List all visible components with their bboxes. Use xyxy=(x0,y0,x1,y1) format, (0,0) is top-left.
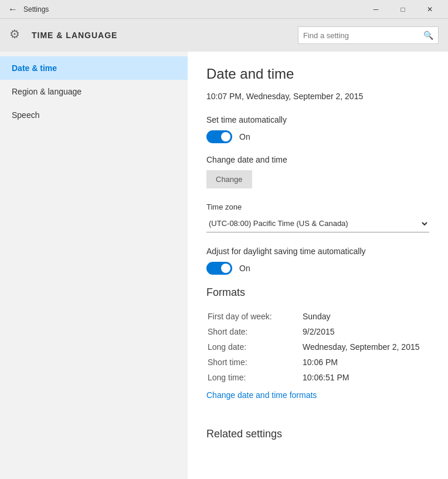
format-label: Short time: xyxy=(208,355,301,369)
format-value: 10:06 PM xyxy=(303,355,428,369)
format-value: 10:06:51 PM xyxy=(303,370,428,384)
timezone-select[interactable]: (UTC-08:00) Pacific Time (US & Canada) xyxy=(206,215,429,232)
table-row: Short date: 9/2/2015 xyxy=(208,325,428,339)
formats-title: Formats xyxy=(206,286,429,299)
set-time-toggle-label: On xyxy=(239,132,250,141)
search-box[interactable]: 🔍 xyxy=(298,26,439,44)
sidebar: Date & time Region & language Speech xyxy=(0,52,188,479)
table-row: Long date: Wednesday, September 2, 2015 xyxy=(208,340,428,354)
table-row: Long time: 10:06:51 PM xyxy=(208,370,428,384)
format-label: Long time: xyxy=(208,370,301,384)
format-value: Sunday xyxy=(303,309,428,323)
gear-icon: ⚙ xyxy=(9,27,26,43)
sidebar-item-label: Speech xyxy=(12,110,39,120)
set-time-auto-label: Set time automatically xyxy=(206,115,429,124)
sidebar-item-label: Date & time xyxy=(12,63,57,73)
change-date-time-label: Change date and time xyxy=(206,155,429,164)
maximize-icon: □ xyxy=(401,5,405,14)
page-title: Date and time xyxy=(206,66,429,82)
daylight-saving-toggle-row: On xyxy=(206,262,429,275)
change-formats-link[interactable]: Change date and time formats xyxy=(206,390,317,400)
formats-table: First day of week: Sunday Short date: 9/… xyxy=(206,308,429,386)
sidebar-item-date-time[interactable]: Date & time xyxy=(0,56,188,80)
content-area: Date and time 10:07 PM, Wednesday, Septe… xyxy=(188,52,448,479)
set-time-toggle[interactable] xyxy=(206,130,232,143)
app-container: Date & time Region & language Speech Dat… xyxy=(0,52,448,479)
minimize-button[interactable]: ─ xyxy=(362,0,389,19)
sidebar-item-label: Region & language xyxy=(12,87,82,96)
daylight-saving-label: Adjust for daylight saving time automati… xyxy=(206,247,429,256)
close-button[interactable]: ✕ xyxy=(416,0,443,19)
related-settings-title: Related settings xyxy=(206,428,429,440)
table-row: Short time: 10:06 PM xyxy=(208,355,428,369)
close-icon: ✕ xyxy=(427,5,433,14)
search-input[interactable] xyxy=(303,31,423,40)
maximize-button[interactable]: □ xyxy=(389,0,416,19)
format-label: Short date: xyxy=(208,325,301,339)
window-controls: ─ □ ✕ xyxy=(362,0,443,19)
daylight-saving-toggle[interactable] xyxy=(206,262,232,275)
sidebar-item-region[interactable]: Region & language xyxy=(0,80,188,103)
window-title: Settings xyxy=(23,5,362,14)
format-value: Wednesday, September 2, 2015 xyxy=(303,340,428,354)
sidebar-item-speech[interactable]: Speech xyxy=(0,103,188,127)
format-label: Long date: xyxy=(208,340,301,354)
set-time-toggle-row: On xyxy=(206,130,429,143)
time-zone-label: Time zone xyxy=(206,203,429,211)
back-icon: ← xyxy=(8,4,18,15)
app-title: TIME & LANGUAGE xyxy=(32,31,298,40)
back-button[interactable]: ← xyxy=(5,1,21,18)
search-icon: 🔍 xyxy=(423,31,433,40)
format-label: First day of week: xyxy=(208,309,301,323)
format-value: 9/2/2015 xyxy=(303,325,428,339)
app-header: ⚙ TIME & LANGUAGE 🔍 xyxy=(0,19,448,52)
minimize-icon: ─ xyxy=(374,5,379,14)
change-button[interactable]: Change xyxy=(206,170,252,188)
title-bar: ← Settings ─ □ ✕ xyxy=(0,0,448,19)
daylight-saving-toggle-label: On xyxy=(239,264,250,273)
table-row: First day of week: Sunday xyxy=(208,309,428,323)
current-datetime: 10:07 PM, Wednesday, September 2, 2015 xyxy=(206,92,429,101)
